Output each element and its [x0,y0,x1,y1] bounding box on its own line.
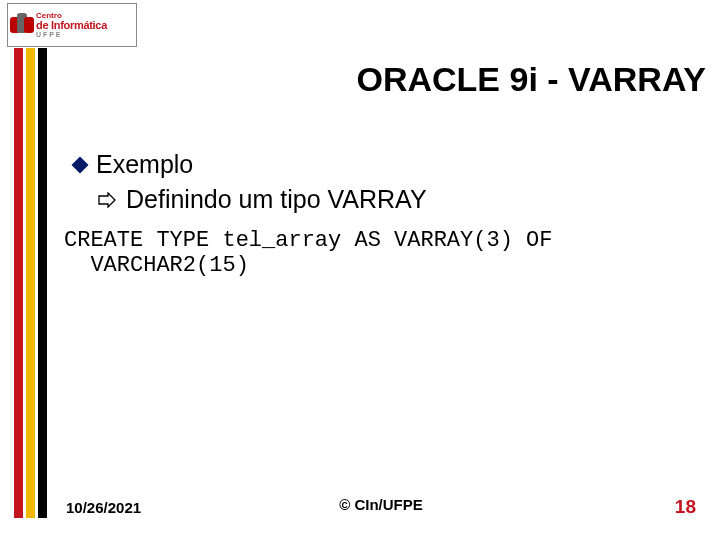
title-plain: VARRAY [568,60,706,98]
code-block: CREATE TYPE tel_array AS VARRAY(3) OF VA… [64,228,696,279]
logo-line3: U F P E [36,31,107,38]
bullet-level1: Exemplo [70,150,696,179]
left-stripes [14,48,46,518]
logo-line2: de Informática [36,20,107,31]
slide: Centro de Informática U F P E ORACLE 9i … [0,0,720,540]
diamond-bullet-icon [72,156,89,173]
arrow-bullet-icon [98,192,120,208]
footer-page-number: 18 [675,496,696,518]
bullet-level1-text: Exemplo [96,150,193,179]
title-shadowed: ORACLE 9i - [356,60,568,98]
stripe-yellow [26,48,35,518]
logo-mark-icon [10,13,34,37]
slide-title: ORACLE 9i - VARRAY [60,60,706,99]
stripe-red [14,48,23,518]
stripe-black [38,48,47,518]
footer-copyright: © CIn/UFPE [339,496,423,513]
footer: 10/26/2021 © CIn/UFPE 18 [66,496,696,518]
footer-date: 10/26/2021 [66,499,141,516]
logo-text: Centro de Informática U F P E [36,12,107,38]
bullet-level2-text: Definindo um tipo VARRAY [126,185,427,214]
bullet-level2: Definindo um tipo VARRAY [98,185,696,214]
slide-body: Exemplo Definindo um tipo VARRAY CREATE … [70,150,696,279]
logo-inner: Centro de Informática U F P E [8,4,136,46]
logo: Centro de Informática U F P E [7,3,137,47]
